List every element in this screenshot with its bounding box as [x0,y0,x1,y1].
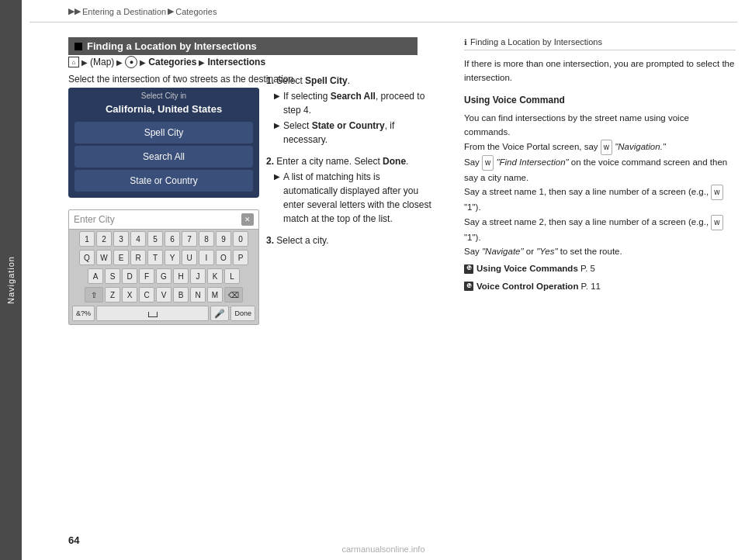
info-icon: ℹ [464,38,467,47]
keyboard-row-zxcv: ⇧ Z X C V B N M ⌫ [69,285,258,304]
key-i[interactable]: I [199,250,214,265]
microphone-key[interactable]: 🎤 [210,306,229,321]
intro-text: Select the intersection of two streets a… [68,74,296,85]
key-j[interactable]: J [190,268,206,284]
step-1-bullet-1-text: If selecting Search All, proceed to step… [283,89,437,117]
step-1-bullet-2-text: Select State or Country, if necessary. [283,119,437,147]
link-arrow-icon-1: ❿ [464,264,473,274]
key-k[interactable]: K [207,268,223,284]
step-1-num: 1. [266,75,274,86]
key-e[interactable]: E [113,250,129,265]
right-panel-link-2: ❿ Voice Control Operation P. 11 [464,279,736,293]
key-6[interactable]: 6 [165,231,180,247]
keyboard-input-row: Enter City ✕ [69,210,258,230]
keyboard-row-numbers: 1 2 3 4 5 6 7 8 9 0 [69,230,258,248]
nav-arrow-4: ▶ [199,58,205,67]
right-panel-section-title: Using Voice Command [464,93,736,108]
key-a[interactable]: A [88,268,103,284]
key-0[interactable]: 0 [233,231,248,247]
voice-key-1: w [601,140,612,155]
arrow-icon-1: ▶ [274,90,280,102]
step-2-bullet-1-text: A list of matching hits is automatically… [283,170,437,226]
right-panel-para7: Say "Navigate" or "Yes" to set the route… [464,244,736,258]
key-1[interactable]: 1 [79,231,95,247]
key-u[interactable]: U [182,250,197,265]
key-l[interactable]: L [224,268,240,284]
key-m[interactable]: M [207,287,223,302]
special-chars-key[interactable]: &?% [72,306,95,321]
key-o[interactable]: O [216,250,231,265]
key-y[interactable]: Y [165,250,180,265]
keyboard-row-asdf: A S D F G H J K L [69,267,258,285]
keyboard-bottom-row: &?% ⌴ 🎤 Done [69,304,258,324]
key-4[interactable]: 4 [130,231,146,247]
page-number: 64 [68,534,79,546]
link-arrow-icon-2: ❿ [464,282,473,291]
side-navigation: Navigation [0,0,22,560]
key-5[interactable]: 5 [147,231,163,247]
key-w[interactable]: W [96,250,112,265]
key-h[interactable]: H [173,268,189,284]
instructions: 1. Select Spell City. ▶ If selecting Sea… [266,74,437,255]
step-1-bullet-2: ▶ Select State or Country, if necessary. [274,119,437,147]
key-t[interactable]: T [147,250,163,265]
home-icon: ⌂ [68,57,79,67]
key-z[interactable]: Z [105,287,120,302]
key-8[interactable]: 8 [199,231,214,247]
step-2-num: 2. [266,156,274,167]
step-2-text: Enter a city name. Select Done. [276,156,408,167]
space-key[interactable]: ⌴ [96,306,209,321]
key-3[interactable]: 3 [113,231,129,247]
arrow-icon-3: ▶ [274,171,280,182]
key-g[interactable]: G [156,268,172,284]
key-r[interactable]: R [130,250,146,265]
arrow-icon-2: ▶ [274,119,280,131]
right-panel-para1: If there is more than one intersection, … [464,57,736,85]
key-n[interactable]: N [190,287,206,302]
watermark: carmanualsonline.info [341,544,424,554]
voice-key-3: w [711,185,722,200]
screen-city-title: Select City in [68,88,259,102]
key-9[interactable]: 9 [216,231,231,247]
key-f[interactable]: F [139,268,154,284]
nav-path: ⌂ ▶ (Map) ▶ ● ▶ Categories ▶ Intersectio… [68,56,265,68]
section-heading-text: Finding a Location by Intersections [87,40,257,52]
breadcrumb-arrows: ▶▶ [68,6,81,16]
state-or-country-button[interactable]: State or Country [74,170,253,192]
key-s[interactable]: S [105,268,120,284]
search-all-button[interactable]: Search All [74,146,253,168]
key-p[interactable]: P [233,250,248,265]
shift-key[interactable]: ⇧ [85,287,103,302]
key-x[interactable]: X [122,287,137,302]
right-panel-link-1: ❿ Using Voice Commands P. 5 [464,261,736,275]
key-7[interactable]: 7 [182,231,197,247]
done-key[interactable]: Done [230,306,255,321]
keyboard-screen-mock: Enter City ✕ 1 2 3 4 5 6 7 8 9 0 Q W E R… [68,209,259,325]
step-2-bullet-1: ▶ A list of matching hits is automatical… [274,170,437,226]
nav-arrow-2: ▶ [116,58,123,67]
voice-key-2: w [482,155,494,171]
nav-arrow-3: ▶ [140,58,146,67]
right-panel: ℹ Finding a Location by Intersections If… [464,37,736,293]
spell-city-button[interactable]: Spell City [74,122,253,143]
key-q[interactable]: Q [79,250,95,265]
key-2[interactable]: 2 [96,231,112,247]
key-v[interactable]: V [156,287,172,302]
side-nav-label: Navigation [6,256,16,304]
backspace-key[interactable]: ⌫ [224,287,243,302]
heading-square-icon [74,43,82,50]
right-panel-para2: You can find intersections by the street… [464,111,736,140]
link-1-text: Using Voice Commands P. 5 [476,261,595,275]
breadcrumb-part2: Categories [175,7,217,16]
keyboard-clear-button[interactable]: ✕ [241,213,254,226]
key-c[interactable]: C [139,287,154,302]
key-d[interactable]: D [122,268,137,284]
voice-key-4: w [711,215,722,230]
step-3-num: 3. [266,235,274,246]
right-panel-para3: From the Voice Portal screen, say w "Nav… [464,140,736,155]
step-3-text: Select a city. [276,235,328,246]
screen-city-mock: Select City in California, United States… [68,88,259,198]
key-b[interactable]: B [173,287,189,302]
right-panel-para6: Say a street name 2, then say a line num… [464,215,736,244]
top-divider [29,22,737,22]
